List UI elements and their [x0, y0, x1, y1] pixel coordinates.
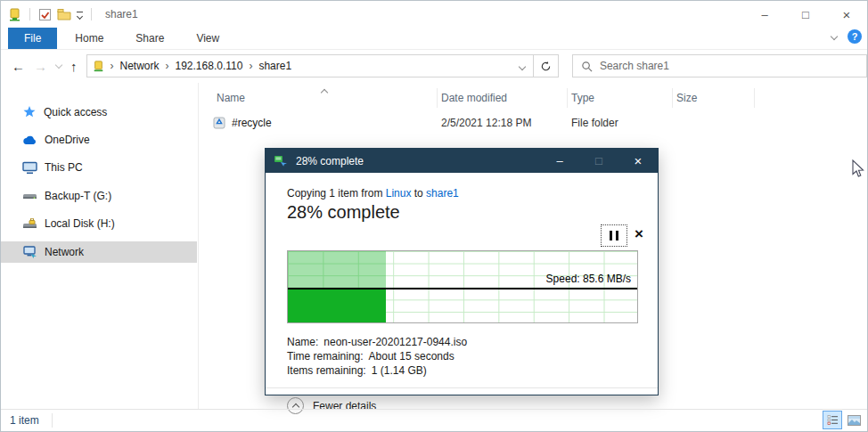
file-name: #recycle	[232, 117, 272, 129]
help-icon[interactable]: ?	[848, 29, 862, 44]
forward-button[interactable]: →	[34, 59, 47, 74]
ribbon-right-controls: ?	[831, 29, 862, 44]
dialog-maximize-button: □	[579, 149, 618, 173]
pane-divider	[198, 83, 199, 409]
pause-button[interactable]	[601, 224, 627, 247]
dialog-close-button[interactable]: ×	[618, 149, 658, 173]
view-toggle-buttons	[823, 411, 864, 429]
footer-divider	[266, 387, 658, 388]
cloud-icon	[22, 134, 37, 145]
drive-lock-icon	[22, 218, 37, 230]
transfer-speed-chart: Speed: 85.6 MB/s	[287, 250, 638, 323]
copy-description-middle: to	[411, 187, 426, 200]
up-button[interactable]: ↑	[70, 59, 78, 74]
column-header-name[interactable]: Name	[213, 88, 438, 108]
breadcrumb-separator: ›	[166, 60, 169, 72]
detail-line-time-remaining: Time remaining:About 15 seconds	[287, 349, 467, 363]
address-bar[interactable]: › Network › 192.168.0.110 › share1	[86, 54, 535, 77]
column-headers: Name Date modified Type Size	[213, 88, 858, 108]
search-box[interactable]: Search share1	[572, 54, 867, 77]
sidebar-item-label: OneDrive	[45, 134, 90, 146]
tab-share[interactable]: Share	[121, 28, 178, 49]
column-header-type[interactable]: Type	[568, 88, 673, 108]
pause-icon	[616, 231, 618, 240]
copy-source-link[interactable]: Linux	[386, 187, 412, 200]
nav-buttons: ← → ↑	[1, 59, 86, 74]
checkbox-icon[interactable]	[38, 8, 52, 21]
pause-icon	[610, 231, 612, 240]
sidebar-item-this-pc[interactable]: This PC	[1, 157, 197, 178]
detail-value: About 15 seconds	[369, 350, 454, 363]
back-button[interactable]: ←	[12, 59, 25, 74]
sidebar-item-label: This PC	[45, 161, 83, 174]
file-date-cell: 2/5/2021 12:18 PM	[441, 117, 571, 129]
title-bar: share1 – □ ×	[1, 1, 867, 28]
file-row-recycle[interactable]: #recycle 2/5/2021 12:18 PM File folder	[213, 113, 676, 133]
breadcrumb-separator: ›	[249, 60, 252, 72]
close-button[interactable]: ×	[826, 1, 867, 28]
details-view-button[interactable]	[823, 411, 842, 429]
separator	[91, 8, 92, 20]
folder-icon[interactable]	[57, 8, 71, 20]
column-header-label: Name	[217, 92, 245, 104]
dialog-window-controls: – □ ×	[540, 149, 658, 173]
sidebar-item-label: Network	[45, 246, 84, 258]
detail-value: neon-user-20201217-0944.iso	[323, 336, 467, 348]
progress-fill-dark	[288, 289, 386, 322]
tab-home[interactable]: Home	[61, 28, 118, 49]
detail-line-name: Name:neon-user-20201217-0944.iso	[287, 335, 467, 349]
progress-heading: 28% complete	[287, 202, 400, 223]
window-controls: – □ ×	[744, 1, 867, 28]
sidebar-item-backup-t[interactable]: Backup-T (G:)	[1, 185, 197, 207]
dialog-title: 28% complete	[296, 155, 364, 167]
sidebar-item-quick-access[interactable]: Quick access	[1, 102, 197, 123]
address-dropdown-icon[interactable]	[512, 60, 533, 72]
detail-label: Items remaining:	[287, 364, 366, 377]
detail-label: Time remaining:	[287, 350, 364, 363]
window-title: share1	[105, 8, 138, 20]
monitor-icon	[22, 161, 37, 175]
maximize-button[interactable]: □	[785, 1, 826, 28]
sidebar-item-label: Backup-T (G:)	[45, 190, 111, 202]
cancel-copy-button[interactable]: ×	[635, 225, 643, 243]
collapse-ribbon-icon[interactable]	[831, 33, 838, 40]
dialog-minimize-button[interactable]: –	[540, 149, 579, 173]
breadcrumb-network[interactable]: Network	[120, 60, 160, 72]
file-explorer-window: share1 – □ × File Home Share View ? ← → …	[0, 0, 868, 432]
tab-file[interactable]: File	[8, 28, 57, 49]
refresh-button[interactable]	[534, 54, 559, 77]
sidebar-item-onedrive[interactable]: OneDrive	[1, 129, 197, 151]
large-icons-view-button[interactable]	[844, 411, 864, 429]
recycle-folder-icon	[213, 117, 225, 129]
file-type-cell: File folder	[571, 117, 676, 129]
navigation-pane: Quick access OneDrive This PC Backup-T (…	[1, 83, 197, 409]
quick-access-toolbar: share1	[1, 8, 138, 21]
status-bar: 1 item	[1, 409, 867, 431]
copy-destination-link[interactable]: share1	[426, 187, 459, 200]
dialog-title-bar: 28% complete – □ ×	[266, 149, 658, 173]
dialog-body: Copying 1 item from Linux to share1 28% …	[266, 173, 658, 395]
sidebar-item-local-disk-h[interactable]: Local Disk (H:)	[1, 213, 197, 234]
star-icon	[22, 105, 37, 119]
recent-locations-icon[interactable]	[55, 61, 62, 68]
detail-value: 1 (1.14 GB)	[372, 364, 427, 377]
search-placeholder: Search share1	[600, 60, 669, 72]
minimize-button[interactable]: –	[744, 1, 785, 28]
breadcrumb-share1[interactable]: share1	[258, 60, 291, 72]
column-header-label: Date modified	[441, 92, 507, 104]
network-icon	[22, 246, 37, 258]
column-header-date-modified[interactable]: Date modified	[438, 88, 568, 108]
detail-label: Name:	[287, 336, 318, 348]
column-header-size[interactable]: Size	[673, 88, 755, 108]
customize-qat-dropdown-icon[interactable]	[77, 12, 83, 19]
speed-label: Speed: 85.6 MB/s	[546, 273, 631, 285]
search-icon	[581, 61, 593, 72]
mouse-cursor	[852, 159, 865, 178]
separator	[29, 8, 30, 20]
network-drive-icon[interactable]	[8, 8, 21, 21]
breadcrumb-host[interactable]: 192.168.0.110	[176, 60, 243, 72]
location-drive-icon	[93, 61, 104, 72]
tab-view[interactable]: View	[182, 28, 233, 49]
speed-line	[288, 288, 637, 289]
sidebar-item-network[interactable]: Network	[1, 241, 197, 263]
